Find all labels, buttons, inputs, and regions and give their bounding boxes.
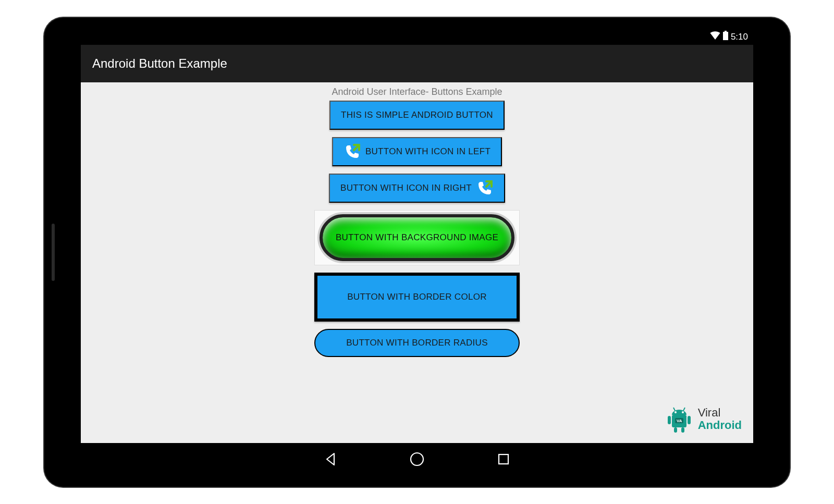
action-bar: Android Button Example [81, 45, 753, 82]
watermark: VA Viral Android [665, 404, 742, 434]
screen: 5:10 Android Button Example Android User… [81, 29, 753, 475]
icon-right-button[interactable]: BUTTON WITH ICON IN RIGHT [329, 174, 505, 203]
bg-image-button-label: BUTTON WITH BACKGROUND IMAGE [336, 232, 498, 243]
watermark-text: Viral Android [698, 407, 742, 431]
content-area: Android User Interface- Buttons Example … [81, 82, 753, 443]
icon-left-button-label: BUTTON WITH ICON IN LEFT [365, 146, 490, 157]
navigation-bar [81, 443, 753, 475]
svg-rect-6 [681, 427, 684, 433]
tablet-frame: 5:10 Android Button Example Android User… [44, 18, 790, 487]
bg-image-button[interactable]: BUTTON WITH BACKGROUND IMAGE [320, 214, 514, 261]
phone-outgoing-icon [344, 143, 361, 161]
bg-image-button-wrap: BUTTON WITH BACKGROUND IMAGE [314, 210, 520, 265]
svg-rect-1 [725, 31, 727, 32]
svg-line-8 [683, 408, 685, 411]
app-title: Android Button Example [92, 56, 227, 71]
svg-line-7 [673, 408, 675, 411]
border-color-button-label: BUTTON WITH BORDER COLOR [347, 292, 487, 302]
android-robot-icon: VA [665, 404, 694, 434]
border-radius-button[interactable]: BUTTON WITH BORDER RADIUS [314, 329, 520, 357]
svg-rect-4 [688, 416, 691, 424]
simple-button-label: THIS IS SIMPLE ANDROID BUTTON [341, 110, 493, 120]
svg-point-13 [411, 453, 423, 465]
icon-right-button-label: BUTTON WITH ICON IN RIGHT [340, 183, 472, 193]
svg-point-9 [674, 411, 677, 413]
status-bar: 5:10 [81, 29, 753, 45]
nav-back-button[interactable] [321, 450, 340, 469]
nav-recent-button[interactable] [494, 450, 513, 469]
svg-rect-5 [674, 427, 677, 433]
watermark-line2: Android [698, 419, 742, 431]
icon-left-button[interactable]: BUTTON WITH ICON IN LEFT [332, 137, 502, 166]
border-radius-button-label: BUTTON WITH BORDER RADIUS [346, 338, 488, 348]
phone-outgoing-icon [476, 179, 494, 197]
border-color-button[interactable]: BUTTON WITH BORDER COLOR [314, 273, 520, 322]
status-time: 5:10 [731, 32, 748, 42]
svg-rect-0 [723, 32, 728, 40]
simple-button[interactable]: THIS IS SIMPLE ANDROID BUTTON [329, 101, 505, 130]
wifi-icon [710, 31, 720, 42]
nav-home-button[interactable] [408, 450, 426, 469]
watermark-line1: Viral [698, 407, 742, 419]
battery-icon [722, 31, 729, 43]
subtitle-text: Android User Interface- Buttons Example [81, 87, 753, 97]
svg-rect-14 [499, 454, 508, 464]
buttons-column: THIS IS SIMPLE ANDROID BUTTON BUTTON WIT… [81, 101, 753, 357]
device-speaker [52, 224, 55, 281]
svg-text:VA: VA [677, 419, 682, 423]
svg-point-10 [682, 411, 684, 413]
svg-rect-3 [668, 416, 671, 424]
